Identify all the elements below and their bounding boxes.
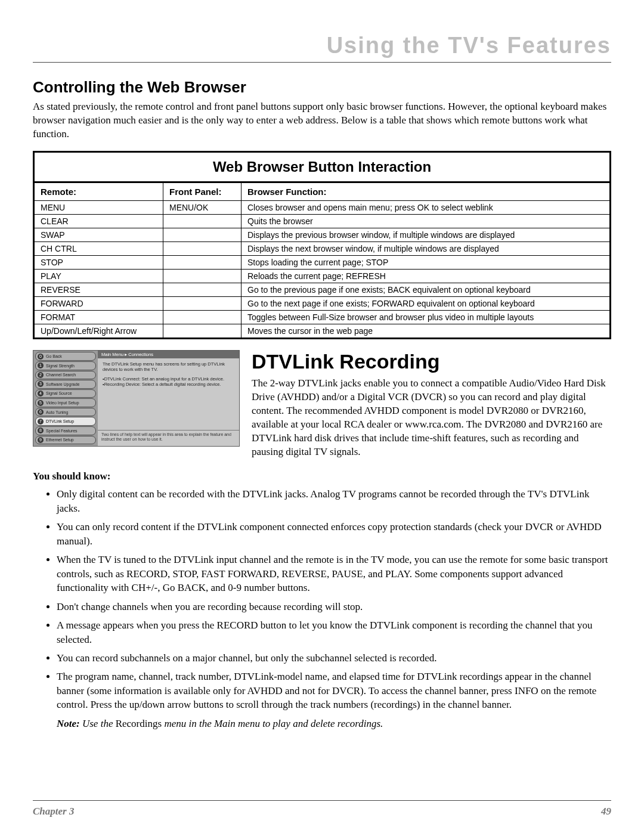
menu-item-number: 0 [38,354,44,360]
cell-func: Reloads the current page; REFRESH [242,269,611,283]
menu-item-number: 9 [38,437,44,443]
cell-remote: STOP [34,255,163,269]
note-nonitalic: Recordings [116,718,162,729]
table-row: PLAYReloads the current page; REFRESH [34,269,611,283]
cell-front [163,296,242,310]
cell-func: Displays the previous browser window, if… [242,228,611,241]
cell-func: Quits the browser [242,214,611,228]
list-item: You can only record content if the DTVLi… [57,520,611,548]
section2-paragraph: The 2-way DTVLink jacks enable you to co… [252,377,611,459]
cell-remote: FORMAT [34,310,163,324]
list-item: Only digital content can be recorded wit… [57,487,611,515]
menu-item: 3Software Upgrade [35,380,96,389]
table-row: FORMATToggles between Full-Size browser … [34,310,611,324]
table-row: REVERSEGo to the previous page if one ex… [34,283,611,296]
menu-item: 7DTVLink Setup [35,417,96,426]
menu-item-label: Channel Search [46,373,76,377]
cell-front [163,324,242,338]
menu-item: 5Video Input Setup [35,398,96,407]
cell-remote: SWAP [34,228,163,241]
cell-func: Moves the cursor in the web page [242,324,611,338]
cell-func: Go to the next page if one exists; FORWA… [242,296,611,310]
section1-heading: Controlling the Web Browser [33,78,611,97]
footer-rule [33,800,611,801]
menu-item-label: Ethernet Setup [46,438,74,442]
you-should-know-label: You should know: [33,470,611,482]
cell-front [163,228,242,241]
cell-remote: REVERSE [34,283,163,296]
section1-paragraph: As stated previously, the remote control… [33,100,611,141]
menu-item-label: DTVLink Setup [46,419,74,423]
menu-item-number: 1 [38,363,44,368]
th-func: Browser Function: [242,182,611,200]
note-line: Note: Use the Recordings menu in the Mai… [33,718,611,730]
menu-item-label: Special Features [46,429,78,433]
list-item: Don't change channels when you are recor… [57,600,611,614]
cell-front [163,241,242,255]
dtvlink-menu-screenshot: 0Go Back1Signal Strength2Channel Search3… [33,350,240,447]
menu-item-number: 2 [38,372,44,378]
cell-front [163,214,242,228]
section2-heading: DTVLink Recording [252,350,611,373]
menu-item-label: Auto Tuning [46,410,68,414]
cell-remote: PLAY [34,269,163,283]
table-row: CLEARQuits the browser [34,214,611,228]
menu-item-label: Signal Strength [46,364,75,368]
menu-item-number: 5 [38,400,44,406]
menu-item-label: Software Upgrade [46,382,79,386]
menu-item-label: Go Back [46,354,62,358]
cell-front: MENU/OK [163,200,242,214]
menu-item-number: 7 [38,419,44,425]
menu-desc-bullet2: •Recording Device: Select a default digi… [103,382,234,387]
menu-item: 6Auto Tuning [35,408,96,417]
cell-func: Stops loading the current page; STOP [242,255,611,269]
menu-item: 8Special Features [35,426,96,435]
cell-front [163,255,242,269]
cell-remote: MENU [34,200,163,214]
header-rule [33,62,611,63]
list-item: The program name, channel, track number,… [57,670,611,711]
footer-page: 49 [601,806,611,817]
menu-description: The DTVLink Setup menu has screens for s… [98,358,239,430]
cell-front [163,283,242,296]
list-item: A message appears when you press the REC… [57,618,611,646]
cell-front [163,269,242,283]
cell-func: Toggles between Full-Size browser and br… [242,310,611,324]
table-row: STOPStops loading the current page; STOP [34,255,611,269]
menu-help-text: Two lines of help text will appear in th… [98,430,239,446]
cell-func: Go to the previous page if one exists; B… [242,283,611,296]
table-row: MENUMENU/OKCloses browser and opens main… [34,200,611,214]
menu-item: 0Go Back [35,352,96,361]
menu-breadcrumb: Main Menu ▸ Connections [98,351,239,358]
cell-remote: CH CTRL [34,241,163,255]
cell-remote: CLEAR [34,214,163,228]
table-row: CH CTRLDisplays the next browser window,… [34,241,611,255]
table-row: Up/Down/Left/Right ArrowMoves the cursor… [34,324,611,338]
menu-item-number: 4 [38,391,44,397]
menu-item: 1Signal Strength [35,361,96,370]
th-remote: Remote: [34,182,163,200]
you-should-know-list: Only digital content can be recorded wit… [33,487,611,711]
list-item: You can record subchannels on a major ch… [57,651,611,665]
menu-item-number: 8 [38,428,44,433]
menu-item: 9Ethernet Setup [35,436,96,445]
menu-desc-bullet1: •DTVLink Connect: Set an analog input fo… [103,376,234,382]
table-row: FORWARDGo to the next page if one exists… [34,296,611,310]
cell-front [163,310,242,324]
page-header-title: Using the TV's Features [33,33,611,62]
table-title: Web Browser Button Interaction [34,151,611,182]
cell-remote: FORWARD [34,296,163,310]
menu-item-label: Signal Source [46,391,72,395]
page-footer: Chapter 3 49 [33,800,611,817]
cell-func: Displays the next browser window, if mul… [242,241,611,255]
menu-item-label: Video Input Setup [46,401,79,405]
note-rest-b: menu in the Main menu to play and delete… [162,718,383,729]
note-rest-a: Use the [80,718,116,729]
list-item: When the TV is tuned to the DTVLink inpu… [57,553,611,594]
cell-func: Closes browser and opens main menu; pres… [242,200,611,214]
th-front: Front Panel: [163,182,242,200]
footer-chapter: Chapter 3 [33,806,74,817]
menu-desc-line1: The DTVLink Setup menu has screens for s… [103,361,234,373]
table-row: SWAPDisplays the previous browser window… [34,228,611,241]
menu-item: 4Signal Source [35,389,96,398]
